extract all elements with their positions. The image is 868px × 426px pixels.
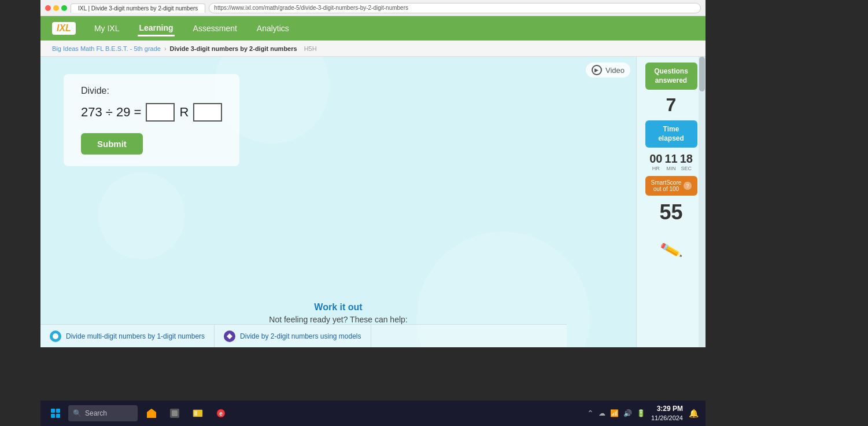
taskbar-app-4[interactable]: e — [212, 404, 230, 423]
questions-answered-button[interactable]: Questions answered — [645, 63, 697, 90]
breadcrumb: Big Ideas Math FL B.E.S.T. - 5th grade ›… — [40, 41, 706, 57]
time-elapsed-label: Time elapsed — [658, 125, 684, 142]
timer-sec-label: SEC — [681, 166, 692, 171]
tray-icon-5[interactable]: 🔋 — [637, 409, 645, 417]
suggestions-bar: Divide multi-digit numbers by 1-digit nu… — [40, 324, 567, 347]
tray-icon-1[interactable]: ⌃ — [587, 409, 594, 418]
timer-sec-value: 18 — [680, 152, 693, 166]
maximize-dot — [61, 5, 67, 11]
remainder-input[interactable] — [193, 103, 222, 122]
timer-min-label: MIN — [666, 166, 676, 171]
play-icon: ▶ — [592, 65, 602, 75]
breadcrumb-current: Divide 3-digit numbers by 2-digit number… — [170, 45, 297, 52]
system-clock[interactable]: 3:29 PM 11/26/2024 — [651, 404, 683, 423]
svg-marker-1 — [227, 333, 232, 339]
timer-display: 00 HR 11 MIN 18 SEC — [649, 152, 693, 171]
browser-tab[interactable]: IXL | Divide 3-digit numbers by 2-digit … — [71, 3, 205, 13]
minimize-dot — [53, 5, 59, 11]
window-controls — [45, 5, 67, 11]
svg-point-0 — [53, 333, 58, 339]
remainder-label: R — [179, 105, 189, 120]
tray-icon-2[interactable]: ☁ — [599, 409, 605, 417]
taskbar-search[interactable]: 🔍 Search — [68, 405, 138, 421]
time-elapsed-button[interactable]: Time elapsed — [645, 120, 697, 148]
breadcrumb-separator: › — [164, 45, 167, 52]
nav-my-ixl[interactable]: My IXL — [93, 21, 121, 35]
taskbar-app-1[interactable] — [142, 404, 161, 423]
suggestion-1-icon — [50, 330, 61, 342]
questions-count: 7 — [666, 94, 677, 116]
svg-rect-5 — [194, 411, 197, 416]
svg-rect-3 — [172, 410, 178, 416]
suggestion-2-icon — [224, 330, 235, 342]
suggestion-1[interactable]: Divide multi-digit numbers by 1-digit nu… — [40, 325, 215, 347]
timer-hours: 00 HR — [649, 152, 662, 171]
suggestion-2-text: Divide by 2-digit numbers using models — [240, 332, 361, 340]
help-text: Not feeling ready yet? These can help: — [269, 315, 407, 324]
work-it-out-section: Work it out Not feeling ready yet? These… — [269, 302, 407, 324]
tray-icon-3[interactable]: 📶 — [610, 409, 619, 417]
windows-logo — [51, 409, 60, 418]
smart-score-button[interactable]: SmartScore out of 100 ? — [645, 176, 697, 196]
divide-label: Divide: — [81, 86, 222, 96]
questions-answered-label: Questions answered — [654, 67, 688, 85]
ixl-logo-text: IXL — [57, 23, 71, 34]
system-tray: ⌃ ☁ 📶 🔊 🔋 3:29 PM 11/26/2024 🔔 — [587, 404, 699, 423]
smart-score-label: SmartScore out of 100 — [651, 179, 682, 192]
breadcrumb-path1[interactable]: Big Ideas Math FL B.E.S.T. - 5th grade — [52, 45, 161, 52]
work-it-out-link[interactable]: Work it out — [314, 302, 362, 312]
windows-start-button[interactable] — [47, 405, 64, 421]
equation-row: 273 ÷ 29 = R — [81, 103, 222, 122]
suggestion-2[interactable]: Divide by 2-digit numbers using models — [215, 325, 371, 347]
address-bar[interactable]: https://www.ixl.com/math/grade-5/divide-… — [209, 3, 701, 13]
search-placeholder: Search — [85, 409, 107, 417]
tray-icon-4[interactable]: 🔊 — [623, 409, 632, 417]
tray-icons: ⌃ ☁ 📶 🔊 🔋 — [587, 409, 645, 418]
main-content: ▶ Video Divide: 273 ÷ 29 = R Submit Work… — [40, 57, 706, 347]
ixl-logo[interactable]: IXL — [52, 22, 76, 35]
video-label: Video — [605, 66, 625, 75]
pencil-icon[interactable]: ✏️ — [659, 238, 683, 262]
timer-seconds: 18 SEC — [680, 152, 693, 171]
svg-text:e: e — [219, 410, 223, 417]
close-dot — [45, 5, 51, 11]
breadcrumb-id: H5H — [304, 45, 317, 52]
scroll-thumb[interactable] — [699, 57, 705, 91]
answer-input[interactable] — [146, 103, 175, 122]
notification-bell[interactable]: 🔔 — [689, 409, 699, 418]
timer-min-value: 11 — [664, 152, 677, 166]
timer-hr-value: 00 — [649, 152, 662, 166]
scrollbar[interactable] — [699, 57, 706, 347]
clock-time: 3:29 PM — [651, 404, 683, 414]
browser-screen: IXL | Divide 3-digit numbers by 2-digit … — [40, 0, 706, 347]
right-sidebar: Questions answered 7 Time elapsed 00 HR … — [636, 57, 706, 347]
taskbar-app-2[interactable] — [165, 404, 184, 423]
smart-score-value: 55 — [659, 200, 682, 225]
nav-assessment[interactable]: Assessment — [192, 21, 238, 35]
taskbar: 🔍 Search e ⌃ ☁ 📶 🔊 🔋 — [40, 401, 706, 426]
timer-minutes: 11 MIN — [664, 152, 677, 171]
problem-box: Divide: 273 ÷ 29 = R Submit — [64, 74, 239, 166]
suggestion-1-text: Divide multi-digit numbers by 1-digit nu… — [66, 332, 205, 340]
taskbar-app-3[interactable] — [189, 404, 207, 423]
problem-area: ▶ Video Divide: 273 ÷ 29 = R Submit Work… — [40, 57, 636, 347]
timer-hr-label: HR — [652, 166, 660, 171]
nav-analytics[interactable]: Analytics — [256, 21, 290, 35]
nav-learning[interactable]: Learning — [138, 21, 174, 36]
browser-chrome: IXL | Divide 3-digit numbers by 2-digit … — [40, 0, 706, 16]
info-icon: ? — [684, 182, 691, 190]
video-button[interactable]: ▶ Video — [586, 63, 630, 78]
clock-date: 11/26/2024 — [651, 414, 683, 423]
equation-text: 273 ÷ 29 = — [81, 105, 141, 120]
ixl-navigation: IXL My IXL Learning Assessment Analytics — [40, 16, 706, 41]
submit-button[interactable]: Submit — [81, 133, 143, 155]
